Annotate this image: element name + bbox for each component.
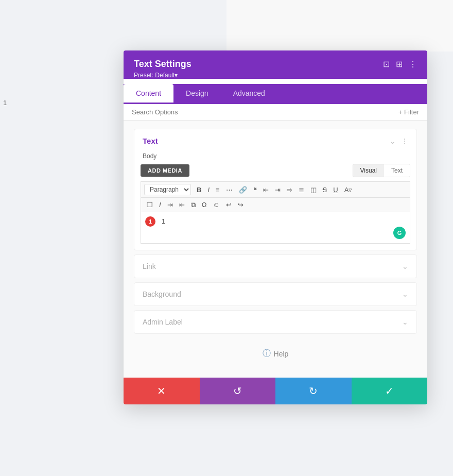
fullscreen-button[interactable]: ⧉ <box>188 200 198 210</box>
text-settings-modal: Text Settings ⊡ ⊞ ⋮ Preset: Default▾ Con… <box>124 50 427 404</box>
columns-icon[interactable]: ⊞ <box>396 59 403 69</box>
admin-label-title: Admin Label <box>143 318 183 326</box>
outdent-button[interactable]: ⇤ <box>177 200 187 210</box>
paste-button[interactable]: ❐ <box>144 200 155 210</box>
admin-label-chevron-icon: ⌄ <box>402 318 408 326</box>
editor-text[interactable]: 1 <box>147 217 404 238</box>
link-section: Link ⌄ <box>134 254 417 278</box>
ordered-list-button[interactable]: ⋯ <box>223 185 235 195</box>
align-left-button[interactable]: ⇤ <box>260 185 271 195</box>
add-media-button[interactable]: ADD MEDIA <box>141 164 189 177</box>
more-icon[interactable]: ⋮ <box>409 59 417 69</box>
line-badge: 1 <box>145 216 155 227</box>
unordered-list-button[interactable]: ≡ <box>213 185 222 195</box>
visual-text-toggle: Visual Text <box>353 164 410 177</box>
modal-tabs: Content Design Advanced <box>124 84 427 104</box>
search-bar: + Filter <box>124 104 427 121</box>
text-section-title: Text <box>143 137 158 145</box>
white-panel <box>226 0 453 52</box>
blockquote-button[interactable]: ❝ <box>251 185 259 195</box>
section-icons: ⌄ ⋮ <box>390 137 408 145</box>
help-icon: ⓘ <box>263 348 271 359</box>
line-number-area: 1 <box>145 216 155 227</box>
link-section-title: Link <box>143 262 156 270</box>
align-full-button[interactable]: ≣ <box>296 185 307 195</box>
modal-header-top: Text Settings ⊡ ⊞ ⋮ <box>134 59 417 70</box>
redo-footer-button[interactable]: ↻ <box>275 378 352 404</box>
preset-label[interactable]: Preset: Default▾ <box>134 72 417 79</box>
paragraph-select[interactable]: Paragraph <box>144 184 191 195</box>
background-section: Background ⌄ <box>134 282 417 306</box>
save-button[interactable]: ✓ <box>352 378 428 404</box>
table-button[interactable]: ◫ <box>308 185 319 195</box>
text-section-header[interactable]: Text ⌄ ⋮ <box>134 129 416 152</box>
admin-label-section: Admin Label ⌄ <box>134 310 417 334</box>
text-color-button[interactable]: A▿ <box>342 185 355 195</box>
italic2-button[interactable]: I <box>156 200 164 210</box>
left-number: 1 <box>0 97 10 109</box>
modal-footer: ✕ ↺ ↻ ✓ <box>124 378 427 404</box>
modal-title: Text Settings <box>134 59 191 70</box>
tab-content[interactable]: Content <box>124 84 173 104</box>
text-section: Text ⌄ ⋮ Body ADD MEDIA Visual Text <box>134 129 417 250</box>
undo-button[interactable]: ↩ <box>223 200 234 210</box>
redo-button[interactable]: ↪ <box>235 200 246 210</box>
reset-button[interactable]: ↺ <box>200 378 276 404</box>
section-more-icon[interactable]: ⋮ <box>401 137 408 145</box>
strikethrough-button[interactable]: S <box>320 185 330 195</box>
help-section[interactable]: ⓘ Help <box>134 338 417 369</box>
modal-header-icons: ⊡ ⊞ ⋮ <box>383 59 417 69</box>
editor-top-bar: ADD MEDIA Visual Text <box>141 164 410 177</box>
page-background: 1 Text Settings ⊡ ⊞ ⋮ Preset: Default▾ C… <box>0 0 453 476</box>
body-label: Body <box>134 152 416 164</box>
tab-design[interactable]: Design <box>173 84 221 104</box>
filter-button[interactable]: + Filter <box>398 108 419 116</box>
align-center-button[interactable]: ⇥ <box>272 185 283 195</box>
indent-button[interactable]: ⇥ <box>165 200 176 210</box>
background-section-title: Background <box>143 290 181 298</box>
background-section-header[interactable]: Background ⌄ <box>134 283 416 305</box>
special-char-button[interactable]: Ω <box>199 200 210 210</box>
modal-body: Text ⌄ ⋮ Body ADD MEDIA Visual Text <box>124 121 427 378</box>
bold-button[interactable]: B <box>194 185 204 195</box>
align-right-button[interactable]: ⇨ <box>284 185 295 195</box>
responsive-icon[interactable]: ⊡ <box>383 59 390 69</box>
emoji-button[interactable]: ☺ <box>210 200 222 210</box>
link-section-header[interactable]: Link ⌄ <box>134 255 416 278</box>
visual-button[interactable]: Visual <box>353 164 384 177</box>
tab-advanced[interactable]: Advanced <box>221 84 277 104</box>
text-button[interactable]: Text <box>384 164 410 177</box>
italic-button[interactable]: I <box>205 185 212 195</box>
toolbar-row-2: ❐ I ⇥ ⇤ ⧉ Ω ☺ ↩ ↪ <box>141 197 410 212</box>
background-chevron-icon: ⌄ <box>402 290 408 298</box>
admin-label-section-header[interactable]: Admin Label ⌄ <box>134 311 416 333</box>
grammarly-icon: G <box>393 227 406 239</box>
underline-button[interactable]: U <box>330 185 340 195</box>
cancel-button[interactable]: ✕ <box>124 378 200 404</box>
editor-area: ADD MEDIA Visual Text Paragraph B I <box>134 164 416 250</box>
link-button[interactable]: 🔗 <box>236 185 250 195</box>
chevron-up-icon[interactable]: ⌄ <box>390 137 396 145</box>
toolbar-row-1: Paragraph B I ≡ ⋯ 🔗 ❝ ⇤ ⇥ ⇨ ≣ ◫ S <box>141 181 410 197</box>
text-editor-content[interactable]: 1 1 G <box>141 212 410 244</box>
search-input[interactable] <box>132 108 398 116</box>
help-label: Help <box>274 350 289 358</box>
modal-header: Text Settings ⊡ ⊞ ⋮ Preset: Default▾ <box>124 50 427 79</box>
link-chevron-icon: ⌄ <box>402 262 408 270</box>
